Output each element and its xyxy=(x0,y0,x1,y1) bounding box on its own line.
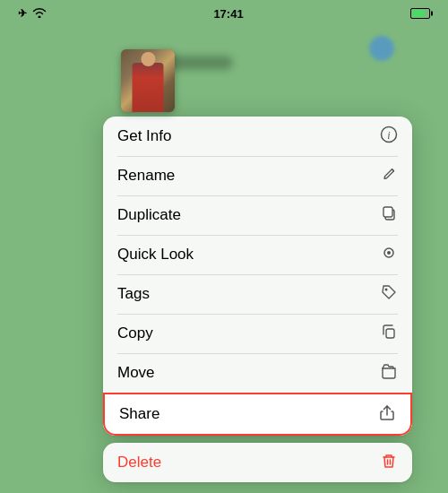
status-right-icons xyxy=(410,8,430,19)
context-menu: Get Info i Rename Duplicate xyxy=(103,117,412,436)
rename-icon xyxy=(382,166,398,186)
svg-text:i: i xyxy=(387,129,390,142)
svg-rect-3 xyxy=(383,207,392,217)
svg-rect-7 xyxy=(386,329,394,338)
share-label: Share xyxy=(119,405,159,423)
wifi-icon xyxy=(32,7,47,21)
menu-item-get-info[interactable]: Get Info i xyxy=(103,117,412,156)
share-highlighted-wrapper: Share xyxy=(103,393,412,436)
rename-label: Rename xyxy=(117,167,175,185)
tags-icon xyxy=(380,283,398,306)
tags-label: Tags xyxy=(117,285,150,303)
menu-item-share[interactable]: Share xyxy=(105,394,410,434)
status-left-icons: ✈ xyxy=(18,7,47,21)
quick-look-label: Quick Look xyxy=(117,246,194,264)
airplane-icon: ✈ xyxy=(18,7,27,20)
get-info-label: Get Info xyxy=(117,127,171,145)
menu-item-quick-look[interactable]: Quick Look xyxy=(103,235,412,274)
photo-inner xyxy=(121,49,175,112)
share-icon xyxy=(378,403,396,426)
battery-icon xyxy=(410,8,430,19)
photo-person-figure xyxy=(133,63,164,112)
delete-menu-section: Delete xyxy=(103,443,412,482)
duplicate-icon xyxy=(380,204,398,227)
duplicate-label: Duplicate xyxy=(117,206,181,224)
menu-item-rename[interactable]: Rename xyxy=(103,156,412,195)
get-info-icon: i xyxy=(380,125,398,148)
copy-icon xyxy=(380,323,398,345)
menu-item-copy[interactable]: Copy xyxy=(103,314,412,353)
quick-look-icon xyxy=(380,244,398,266)
menu-item-delete[interactable]: Delete xyxy=(103,443,412,482)
move-label: Move xyxy=(117,364,155,382)
svg-point-6 xyxy=(385,288,388,290)
context-menu-wrapper: Get Info i Rename Duplicate xyxy=(103,49,412,482)
move-icon xyxy=(380,362,398,385)
menu-item-move[interactable]: Move xyxy=(103,353,412,393)
status-bar: ✈ 17:41 xyxy=(0,0,448,27)
delete-label: Delete xyxy=(117,454,161,471)
menu-item-duplicate[interactable]: Duplicate xyxy=(103,195,412,235)
delete-icon xyxy=(380,452,398,474)
copy-label: Copy xyxy=(117,324,153,342)
menu-item-tags[interactable]: Tags xyxy=(103,274,412,314)
svg-point-5 xyxy=(387,251,391,255)
status-time: 17:41 xyxy=(213,7,243,21)
photo-thumbnail xyxy=(121,49,175,112)
